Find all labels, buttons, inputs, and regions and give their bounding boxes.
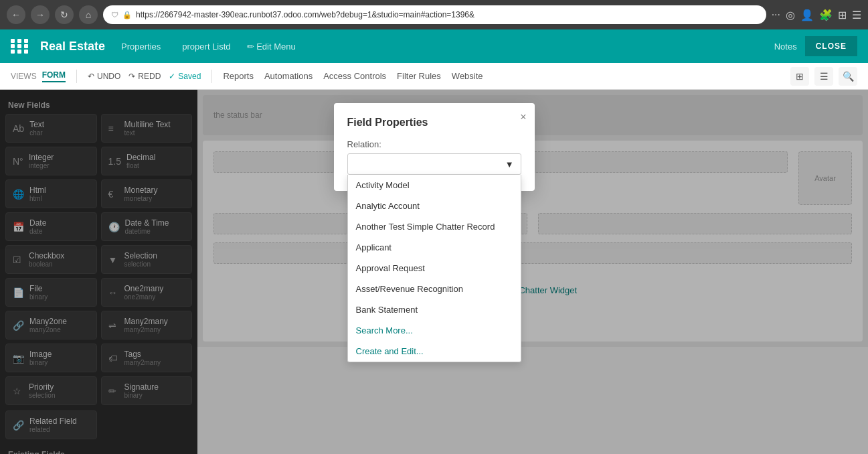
redo-button[interactable]: ↷ REDD <box>128 72 161 81</box>
relation-label: Relation: <box>347 139 521 149</box>
main-layout: New Fields Ab Text char ≡ Multiline Text… <box>0 90 868 454</box>
nav-propert-listd[interactable]: propert Listd <box>177 39 236 54</box>
access-controls-button[interactable]: Access Controls <box>323 71 386 81</box>
browser-chrome: ← → ↻ ⌂ 🛡 🔒 https://2667942-master-390ea… <box>0 0 868 29</box>
undo-button[interactable]: ↶ UNDO <box>88 72 120 81</box>
views-section: VIEWS FORM <box>11 70 66 82</box>
app-bar-right: Notes CLOSE <box>774 36 857 56</box>
website-button[interactable]: Website <box>452 71 483 81</box>
notes-button[interactable]: Notes <box>774 42 797 52</box>
modal-title: Field Properties <box>347 117 521 129</box>
reports-button[interactable]: Reports <box>223 71 254 81</box>
url-text: https://2667942-master-390eac.runbot37.o… <box>136 10 474 19</box>
automations-button[interactable]: Automations <box>264 71 313 81</box>
chevron-down-icon: ▼ <box>505 159 514 169</box>
profile-icon[interactable]: 👤 <box>800 9 814 21</box>
dropdown-item-applicant[interactable]: Applicant <box>348 237 521 258</box>
dropdown-item-analytic-account[interactable]: Analytic Account <box>348 196 521 216</box>
modal-close-button[interactable]: × <box>520 111 526 123</box>
saved-status: ✓ Saved <box>169 72 201 81</box>
pocket-icon[interactable]: ◎ <box>786 9 795 21</box>
grid-view-icon[interactable]: ⊞ <box>790 67 809 86</box>
relation-dropdown: Activity Model Analytic Account Another … <box>347 175 521 362</box>
nav-properties[interactable]: Properties <box>116 39 166 54</box>
hamburger-icon[interactable]: ☰ <box>852 9 861 21</box>
home-button[interactable]: ⌂ <box>79 5 98 24</box>
form-tab[interactable]: FORM <box>42 70 66 82</box>
edit-menu-button[interactable]: ✏ Edit Menu <box>247 42 296 52</box>
app-nav: Properties propert Listd <box>116 39 236 54</box>
url-bar[interactable]: 🛡 🔒 https://2667942-master-390eac.runbot… <box>103 5 766 24</box>
field-properties-modal: Field Properties × Relation: ▼ Activity … <box>334 103 535 191</box>
reload-button[interactable]: ↻ <box>55 5 74 24</box>
relation-select-wrapper: ▼ Activity Model Analytic Account Anothe… <box>347 153 521 175</box>
dropdown-item-activity-model[interactable]: Activity Model <box>348 175 521 196</box>
addons-icon[interactable]: ⊞ <box>838 9 847 21</box>
search-icon[interactable]: 🔍 <box>839 67 857 86</box>
lock-icon: 🔒 <box>122 11 132 19</box>
toolbar-divider-2 <box>211 70 212 83</box>
views-label: VIEWS <box>11 72 37 81</box>
relation-select[interactable]: ▼ <box>347 153 521 175</box>
dropdown-item-bank-statement[interactable]: Bank Statement <box>348 299 521 320</box>
search-more-button[interactable]: Search More... <box>348 320 521 341</box>
dropdown-item-asset-revenue[interactable]: Asset/Revenue Recognition <box>348 279 521 299</box>
extensions-icon[interactable]: 🧩 <box>819 9 833 21</box>
app-title: Real Estate <box>40 40 105 54</box>
toolbar-actions: ↶ UNDO ↷ REDD ✓ Saved <box>88 72 201 81</box>
filter-rules-button[interactable]: Filter Rules <box>397 71 441 81</box>
sub-toolbar: VIEWS FORM ↶ UNDO ↷ REDD ✓ Saved Reports… <box>0 63 868 90</box>
toolbar-right-icons: ⊞ ☰ 🔍 <box>790 67 857 86</box>
modal-overlay: Field Properties × Relation: ▼ Activity … <box>0 90 868 454</box>
dropdown-item-approval-request[interactable]: Approval Request <box>348 258 521 279</box>
toolbar-divider <box>76 70 77 83</box>
list-view-icon[interactable]: ☰ <box>814 67 833 86</box>
more-options-icon[interactable]: ··· <box>772 9 780 21</box>
app-bar: Real Estate Properties propert Listd ✏ E… <box>0 29 868 63</box>
close-studio-button[interactable]: CLOSE <box>805 36 857 56</box>
app-bar-left: Real Estate Properties propert Listd ✏ E… <box>11 39 296 54</box>
dropdown-item-another-test[interactable]: Another Test Simple Chatter Record <box>348 216 521 237</box>
security-shield-icon: 🛡 <box>111 11 118 19</box>
browser-actions: ··· ◎ 👤 🧩 ⊞ ☰ <box>772 9 861 21</box>
create-and-edit-button[interactable]: Create and Edit... <box>348 341 521 362</box>
reports-nav: Reports Automations Access Controls Filt… <box>223 71 483 81</box>
apps-grid-button[interactable] <box>11 39 29 54</box>
forward-button[interactable]: → <box>31 5 50 24</box>
back-button[interactable]: ← <box>7 5 25 24</box>
